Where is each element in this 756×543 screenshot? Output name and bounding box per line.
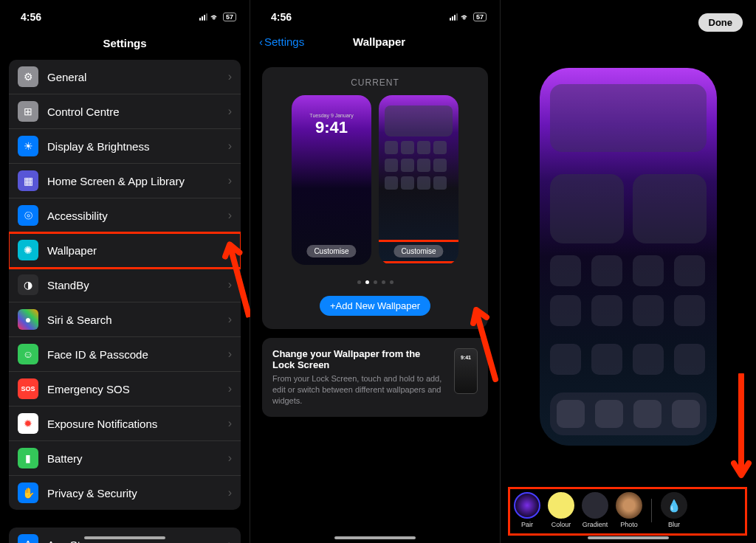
annotation-arrow-icon [470, 301, 500, 382]
row-icon: A [18, 534, 38, 543]
chevron-right-icon: › [228, 417, 232, 430]
colour-icon [548, 492, 574, 519]
pair-button[interactable]: Pair [514, 492, 540, 528]
settings-row-exposure-notifications[interactable]: ✹Exposure Notifications› [9, 407, 241, 441]
chevron-right-icon: › [228, 486, 232, 499]
blur-icon: 💧 [661, 492, 687, 519]
page-dots[interactable] [271, 274, 479, 287]
chevron-right-icon: › [228, 382, 232, 395]
battery-icon: 57 [223, 13, 236, 21]
signal-icon [199, 13, 207, 21]
gradient-button[interactable]: Gradient [582, 492, 608, 528]
row-label: Wallpaper [47, 244, 228, 257]
chevron-right-icon: › [228, 347, 232, 361]
wallpaper-thumbs: Tuesday 9 January 9:41 Customise Customi… [271, 95, 479, 265]
settings-panel: 4:56 ᯤ 57 Settings ⚙General›⊞Control Cen… [0, 0, 250, 543]
hint-body: From your Lock Screen, touch and hold to… [272, 373, 445, 407]
row-icon: ● [18, 309, 38, 330]
row-label: Control Centre [47, 106, 228, 118]
row-icon: ◑ [18, 274, 38, 295]
wifi-icon: ᯤ [461, 12, 470, 23]
row-label: Emergency SOS [47, 383, 228, 395]
row-label: Display & Brightness [47, 140, 228, 153]
lock-time: 9:41 [292, 118, 371, 137]
settings-row-standby[interactable]: ◑StandBy› [9, 268, 241, 302]
photo-button[interactable]: Photo [616, 492, 642, 528]
settings-row-wallpaper[interactable]: ✺Wallpaper› [9, 233, 241, 268]
signal-icon [450, 13, 458, 21]
home-indicator[interactable] [334, 536, 416, 539]
chevron-right-icon: › [228, 452, 232, 465]
add-wallpaper-button[interactable]: +Add New Wallpaper [320, 296, 430, 316]
status-bar: 4:56 ᯤ 57 [250, 0, 500, 30]
chevron-right-icon: › [228, 139, 232, 153]
page-title: Settings [0, 30, 250, 60]
done-button[interactable]: Done [698, 13, 743, 32]
settings-row-general[interactable]: ⚙General› [9, 60, 241, 94]
colour-button[interactable]: Colour [548, 492, 574, 528]
settings-row-accessibility[interactable]: ⦾Accessibility› [9, 198, 241, 233]
row-label: Battery [47, 452, 228, 465]
chevron-right-icon: › [228, 278, 232, 291]
chevron-right-icon: › [228, 70, 232, 83]
settings-row-app-store[interactable]: AApp Store› [9, 528, 241, 543]
status-icons: ᯤ 57 [450, 12, 487, 23]
chevron-right-icon: › [228, 313, 232, 326]
homescreen-editor-preview[interactable] [540, 68, 717, 446]
chevron-right-icon: › [228, 243, 232, 257]
settings-list-main: ⚙General›⊞Control Centre›☀Display & Brig… [9, 60, 241, 510]
lockscreen-preview[interactable]: Tuesday 9 January 9:41 Customise [292, 95, 371, 265]
hint-title: Change your Wallpaper from the Lock Scre… [272, 348, 445, 370]
page-title: Wallpaper [267, 35, 491, 48]
row-label: Face ID & Passcode [47, 348, 228, 361]
blur-button[interactable]: 💧Blur [661, 492, 687, 528]
chevron-right-icon: › [228, 538, 232, 543]
battery-icon: 57 [473, 13, 487, 21]
row-label: Exposure Notifications [47, 418, 228, 430]
settings-row-emergency-sos[interactable]: SOSEmergency SOS› [9, 372, 241, 407]
settings-row-siri-search[interactable]: ●Siri & Search› [9, 302, 241, 337]
photo-icon [616, 492, 642, 519]
row-icon: ▦ [18, 170, 38, 191]
settings-row-face-id-passcode[interactable]: ☺Face ID & Passcode› [9, 337, 241, 372]
settings-row-display-brightness[interactable]: ☀Display & Brightness› [9, 129, 241, 164]
status-icons: ᯤ 57 [199, 12, 236, 23]
row-label: General [47, 71, 228, 83]
clock: 4:56 [21, 11, 41, 23]
row-icon: ☺ [18, 344, 38, 364]
current-label: CURRENT [271, 77, 479, 88]
pair-icon [514, 492, 540, 519]
row-label: Privacy & Security [47, 487, 228, 499]
settings-list-apps: AApp Store›▭Wallet› [9, 528, 241, 543]
home-indicator[interactable] [588, 536, 669, 539]
settings-row-battery[interactable]: ▮Battery› [9, 441, 241, 476]
chevron-left-icon: ‹ [259, 35, 263, 48]
wifi-icon: ᯤ [210, 12, 220, 23]
row-icon: ⚙ [18, 66, 38, 87]
settings-row-home-screen-app-library[interactable]: ▦Home Screen & App Library› [9, 164, 241, 198]
row-icon: SOS [18, 378, 38, 399]
widget-placeholder [550, 84, 707, 152]
row-icon: ✹ [18, 413, 38, 434]
settings-row-control-centre[interactable]: ⊞Control Centre› [9, 94, 241, 129]
chevron-right-icon: › [228, 174, 232, 187]
customise-home-button[interactable]: Customise [394, 245, 443, 257]
row-label: Accessibility [47, 210, 228, 222]
home-indicator[interactable] [84, 536, 165, 539]
homescreen-preview[interactable]: Customise [379, 95, 458, 265]
dock [550, 392, 707, 435]
customise-lock-button[interactable]: Customise [306, 245, 356, 257]
status-bar: 4:56 ᯤ 57 [0, 0, 250, 30]
wallpaper-style-toolbar: Pair Colour Gradient Photo 💧Blur [508, 488, 749, 533]
row-icon: ✺ [18, 240, 38, 260]
annotation-arrow-icon [731, 373, 752, 484]
chevron-right-icon: › [228, 209, 232, 222]
lockscreen-hint-card[interactable]: Change your Wallpaper from the Lock Scre… [262, 338, 488, 417]
row-icon: ⊞ [18, 101, 38, 122]
row-icon: ▮ [18, 448, 38, 468]
row-icon: ✋ [18, 483, 38, 503]
separator [651, 499, 652, 522]
settings-row-privacy-security[interactable]: ✋Privacy & Security› [9, 476, 241, 510]
lock-date: Tuesday 9 January [292, 113, 371, 118]
wallpaper-panel: 4:56 ᯤ 57 ‹Settings Wallpaper CURRENT Tu… [250, 0, 501, 543]
